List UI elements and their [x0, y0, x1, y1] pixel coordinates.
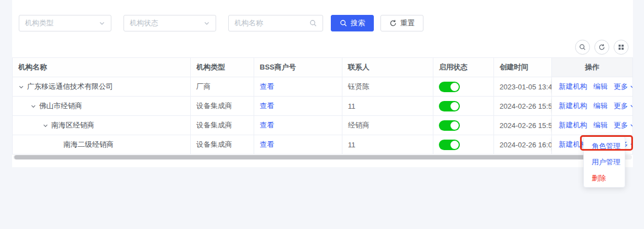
created-cell: 2023-01-05 13:40	[494, 77, 552, 96]
org-type-cell: 设备集成商	[191, 116, 254, 135]
created-cell: 2024-02-26 15:59	[494, 116, 552, 135]
more-link[interactable]: 更多	[614, 120, 632, 130]
org-name-text: 南海区经销商	[51, 120, 94, 130]
org-name-placeholder: 机构名称	[234, 18, 263, 28]
bss-id-cell: 查看	[254, 116, 342, 135]
org-type-cell: 设备集成商	[191, 135, 254, 154]
bss-id-cell: 查看	[254, 77, 342, 96]
view-link[interactable]: 查看	[260, 82, 274, 92]
bss-id-cell: 查看	[254, 135, 342, 154]
more-link[interactable]: 更多	[614, 82, 632, 92]
table-body: 广东移远通信技术有限公司 厂商 查看 钰贤陈 2023-01-05 13:40 …	[13, 77, 632, 155]
search-icon	[340, 19, 347, 27]
menu-item-role-management[interactable]: 角色管理	[584, 138, 625, 154]
content-card: 机构类型 机构状态 机构名称 搜索 重置	[12, 0, 633, 167]
status-cell	[433, 97, 494, 115]
bss-id-cell: 查看	[254, 97, 342, 115]
table-row: 广东移远通信技术有限公司 厂商 查看 钰贤陈 2023-01-05 13:40 …	[13, 77, 632, 97]
horizontal-scrollbar-track[interactable]	[13, 155, 632, 159]
status-cell	[433, 77, 494, 96]
column-settings-icon	[618, 44, 624, 50]
refresh-icon	[598, 44, 605, 51]
contact-cell: 11	[342, 97, 433, 115]
column-settings-button[interactable]	[614, 40, 629, 55]
table-toolbar	[575, 40, 629, 55]
expand-arrow-icon[interactable]	[30, 103, 36, 109]
more-link-label: 更多	[614, 82, 628, 92]
actions-cell: 新建机构 编辑 更多	[552, 116, 632, 135]
search-icon	[579, 44, 586, 51]
table-row: 南海二级经销商 设备集成商 查看 11 2024-02-26 16:00 新建机…	[13, 135, 632, 155]
org-type-select[interactable]: 机构类型	[19, 15, 111, 31]
search-button[interactable]: 搜索	[331, 15, 374, 31]
chevron-down-icon	[203, 20, 210, 26]
org-name-input[interactable]: 机构名称	[228, 15, 323, 31]
org-name-text: 佛山市经销商	[39, 101, 82, 111]
search-icon	[309, 19, 317, 27]
more-link-label: 更多	[614, 120, 628, 130]
more-link-label: 更多	[614, 101, 628, 111]
new-org-link[interactable]: 新建机构	[559, 101, 587, 111]
org-table: 机构名称 机构类型 BSS商户号 联系人 启用状态 创建时间 操作 广东移远通信…	[12, 57, 633, 155]
reset-button[interactable]: 重置	[380, 15, 423, 31]
contact-cell: 钰贤陈	[342, 77, 433, 96]
org-name-cell: 广东移远通信技术有限公司	[13, 77, 191, 96]
org-name-cell: 南海二级经销商	[13, 135, 191, 154]
search-button-label: 搜索	[351, 18, 365, 28]
refresh-icon	[389, 19, 397, 27]
col-header-org-type: 机构类型	[191, 58, 254, 77]
status-cell	[433, 116, 494, 135]
expand-arrow-icon[interactable]	[42, 123, 49, 129]
org-name-cell: 南海区经销商	[13, 116, 191, 135]
contact-cell: 11	[342, 135, 433, 154]
col-header-status: 启用状态	[433, 58, 494, 77]
created-cell: 2024-02-26 16:00	[494, 135, 552, 154]
edit-link[interactable]: 编辑	[593, 120, 608, 130]
filter-bar: 机构类型 机构状态 机构名称 搜索 重置	[19, 15, 423, 31]
edit-link[interactable]: 编辑	[593, 82, 608, 92]
col-header-actions: 操作	[552, 58, 632, 77]
enable-toggle[interactable]	[439, 101, 460, 111]
col-header-created: 创建时间	[494, 58, 552, 77]
view-link[interactable]: 查看	[260, 140, 274, 150]
menu-item-user-management[interactable]: 用户管理	[584, 154, 625, 170]
enable-toggle[interactable]	[439, 120, 460, 131]
chevron-down-icon	[99, 20, 105, 26]
table-search-button[interactable]	[575, 40, 590, 55]
org-type-cell: 设备集成商	[191, 97, 254, 115]
org-status-placeholder: 机构状态	[130, 18, 158, 28]
enable-toggle[interactable]	[439, 82, 460, 92]
chevron-down-icon	[630, 123, 632, 128]
horizontal-scrollbar-thumb[interactable]	[14, 155, 605, 159]
new-org-link[interactable]: 新建机构	[559, 120, 587, 130]
view-link[interactable]: 查看	[260, 120, 274, 130]
expand-arrow-icon[interactable]	[18, 84, 24, 90]
chevron-down-icon	[630, 84, 632, 89]
status-cell	[433, 135, 494, 154]
actions-cell: 新建机构 编辑 更多	[552, 97, 632, 115]
table-row: 南海区经销商 设备集成商 查看 经销商 2024-02-26 15:59 新建机…	[13, 116, 632, 135]
more-link[interactable]: 更多	[614, 101, 632, 111]
org-name-cell: 佛山市经销商	[13, 97, 191, 115]
org-status-select[interactable]: 机构状态	[124, 15, 216, 31]
actions-cell: 新建机构 编辑 更多	[552, 77, 632, 96]
table-row: 佛山市经销商 设备集成商 查看 11 2024-02-26 15:52 新建机构…	[13, 97, 632, 116]
view-link[interactable]: 查看	[260, 101, 274, 111]
table-header-row: 机构名称 机构类型 BSS商户号 联系人 启用状态 创建时间 操作	[13, 58, 632, 77]
col-header-org-name: 机构名称	[13, 58, 191, 77]
col-header-bss-id: BSS商户号	[254, 58, 342, 77]
org-name-text: 南海二级经销商	[63, 140, 114, 150]
reset-button-label: 重置	[400, 18, 415, 28]
org-type-cell: 厂商	[191, 77, 254, 96]
enable-toggle[interactable]	[439, 140, 460, 150]
created-cell: 2024-02-26 15:52	[494, 97, 552, 115]
chevron-down-icon	[630, 103, 632, 109]
edit-link[interactable]: 编辑	[593, 101, 608, 111]
menu-item-delete[interactable]: 删除	[584, 170, 625, 186]
table-refresh-button[interactable]	[594, 40, 609, 55]
org-name-text: 广东移远通信技术有限公司	[27, 82, 113, 92]
chevron-down-icon	[630, 142, 632, 147]
col-header-contact: 联系人	[342, 58, 433, 77]
more-dropdown-menu: 角色管理用户管理删除	[583, 136, 625, 188]
new-org-link[interactable]: 新建机构	[559, 82, 587, 92]
